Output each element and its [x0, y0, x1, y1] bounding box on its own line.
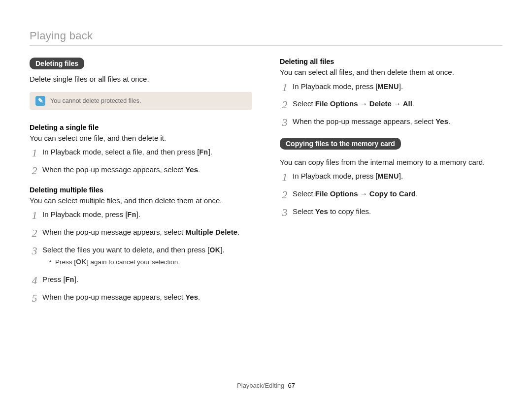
step: Select Yes to copy files. — [280, 206, 502, 217]
step-text: . — [198, 165, 200, 174]
steps-delete-all: In Playback mode, press [MENU]. Select F… — [280, 81, 502, 127]
note-icon: ✎ — [35, 96, 45, 106]
step-text: ]. — [399, 82, 403, 91]
right-column: Deleting all files You can select all fi… — [280, 58, 502, 313]
left-column: Deleting files Delete single files or al… — [30, 58, 252, 313]
two-column-layout: Deleting files Delete single files or al… — [30, 58, 502, 313]
steps-delete-single: In Playback mode, select a file, and the… — [30, 147, 252, 175]
breadcrumb-section: Playing back — [30, 30, 502, 42]
step: In Playback mode, press [MENU]. — [280, 81, 502, 92]
step: In Playback mode, press [MENU]. — [280, 171, 502, 182]
step-text: When the pop-up message appears, select — [293, 117, 435, 125]
step-text: Press [ — [42, 275, 66, 283]
step: When the pop-up message appears, select … — [30, 227, 252, 238]
step-text: When the pop-up message appears, select — [42, 228, 185, 236]
step: When the pop-up message appears, select … — [30, 164, 252, 175]
step: Press [Fn]. — [30, 274, 252, 285]
fn-key: Fn — [66, 275, 74, 284]
step-sub-bullet: Press [OK] again to cancel your selectio… — [49, 257, 252, 267]
step: Select the files you want to delete, and… — [30, 245, 252, 267]
note-callout: ✎ You cannot delete protected files. — [30, 92, 252, 110]
step-bold: Yes — [185, 293, 198, 301]
step-text: In Playback mode, select a file, and the… — [42, 148, 200, 156]
steps-delete-multiple: In Playback mode, press [Fn]. When the p… — [30, 209, 252, 302]
step-bold: File Options → Copy to Card — [315, 189, 416, 198]
step-text: ]. — [208, 148, 212, 156]
step: In Playback mode, select a file, and the… — [30, 147, 252, 157]
step-text: . — [416, 189, 418, 198]
bullet-text: ] again to cancel your selection. — [87, 258, 180, 266]
heading-pill-copy-files: Copying files to the memory card — [280, 138, 401, 150]
ok-key: OK — [209, 245, 220, 255]
step-text: In Playback mode, press [ — [42, 210, 128, 218]
step-bold: Multiple Delete — [185, 228, 237, 236]
steps-copy-files: In Playback mode, press [MENU]. Select F… — [280, 171, 502, 216]
step-text: . — [237, 228, 239, 236]
desc-copy-files: You can copy files from the internal mem… — [280, 157, 502, 167]
step-text: . — [198, 293, 200, 301]
footer-page-number: 67 — [288, 382, 295, 389]
manual-page: Playing back Deleting files Delete singl… — [0, 0, 532, 401]
step-text: ]. — [136, 210, 140, 218]
step-text: . — [448, 117, 450, 125]
heading-pill-deleting-files: Deleting files — [30, 58, 84, 69]
bullet-text: Press [ — [55, 258, 76, 266]
step-text: Select — [293, 189, 315, 198]
fn-key: Fn — [128, 210, 136, 219]
step-text: to copy files. — [328, 207, 371, 216]
intro-text: Delete single files or all files at once… — [30, 74, 252, 84]
step-text: ]. — [74, 275, 78, 283]
divider — [30, 45, 502, 46]
step-text: Select — [293, 99, 315, 108]
step-text: Select the files you want to delete, and… — [42, 246, 209, 254]
step-bold: Yes — [185, 165, 198, 174]
desc-delete-all: You can select all files, and then delet… — [280, 67, 502, 77]
ok-key: OK — [76, 257, 87, 267]
step-text: When the pop-up message appears, select — [42, 165, 185, 174]
desc-delete-multiple: You can select multiple files, and then … — [30, 196, 252, 206]
subhead-delete-single: Deleting a single file — [30, 123, 252, 131]
step-bold: Yes — [435, 117, 448, 125]
step-text: . — [412, 99, 414, 108]
desc-delete-single: You can select one file, and then delete… — [30, 133, 252, 143]
fn-key: Fn — [200, 147, 208, 157]
subhead-delete-multiple: Deleting multiple files — [30, 186, 252, 194]
step: Select File Options → Copy to Card. — [280, 188, 502, 199]
step-text: When the pop-up message appears, select — [42, 293, 185, 301]
step-text: ]. — [399, 172, 403, 180]
step-text: In Playback mode, press [ — [293, 172, 378, 180]
step: Select File Options → Delete → All. — [280, 98, 502, 109]
step-bold: Yes — [315, 207, 328, 216]
step: When the pop-up message appears, select … — [30, 292, 252, 303]
step-text: Select — [293, 207, 315, 216]
step-text: ]. — [220, 246, 224, 254]
step-bold: File Options → Delete → All — [315, 99, 412, 108]
step: In Playback mode, press [Fn]. — [30, 209, 252, 220]
page-footer: Playback/Editing 67 — [0, 382, 532, 389]
subhead-delete-all: Deleting all files — [280, 58, 502, 65]
note-text: You cannot delete protected files. — [50, 97, 141, 104]
menu-key: MENU — [378, 82, 399, 92]
step-text: In Playback mode, press [ — [293, 82, 378, 91]
menu-key: MENU — [378, 171, 399, 181]
step: When the pop-up message appears, select … — [280, 116, 502, 127]
footer-chapter: Playback/Editing — [237, 382, 284, 389]
